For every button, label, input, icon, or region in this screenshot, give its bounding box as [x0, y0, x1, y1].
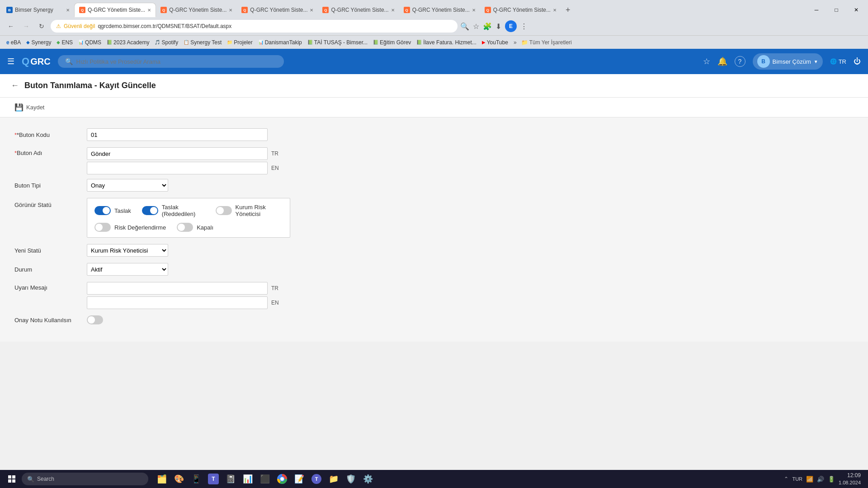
- taskbar-app-teams[interactable]: T: [205, 471, 222, 487]
- win-close[interactable]: ✕: [846, 3, 866, 17]
- taskbar-app-teams2[interactable]: T: [308, 471, 325, 487]
- star-icon[interactable]: ☆: [473, 22, 479, 31]
- bookmark-ilave[interactable]: 📗 İlave Fatura. Hizmet...: [414, 38, 479, 47]
- bookmarks-more[interactable]: »: [511, 38, 519, 47]
- user-name: Bimser Çözüm: [773, 58, 811, 65]
- toggle-kapali[interactable]: Kapalı: [177, 223, 213, 232]
- back-button[interactable]: ←: [11, 81, 19, 90]
- taskbar-app-folder[interactable]: 📁: [326, 471, 342, 487]
- tab-5-close[interactable]: ✕: [391, 8, 395, 13]
- toggle-kurum-risk[interactable]: Kurum Risk Yöneticisi: [216, 204, 283, 217]
- nav-back[interactable]: ←: [5, 20, 17, 33]
- tab-5[interactable]: Q Q-GRC Yönetim Siste... ✕: [318, 3, 399, 17]
- browser-menu[interactable]: ⋮: [520, 22, 528, 31]
- volume-icon[interactable]: 🔊: [817, 476, 824, 483]
- nav-refresh[interactable]: ↻: [35, 20, 48, 33]
- bookmarks-bar: e eBA ◆ Synergy ◆ ENS 📊 QDMS 📗 2023 Acad…: [0, 35, 868, 49]
- uyari-mesaji-tr-input[interactable]: [87, 282, 268, 295]
- taskbar-app-chrome[interactable]: [274, 471, 290, 487]
- address-input[interactable]: ⚠ Güvenli değil qgrcdemo.bimser.com.tr/Q…: [51, 20, 458, 33]
- bookmark-youtube[interactable]: ▶ YouTube: [479, 38, 511, 47]
- user-menu[interactable]: B Bimser Çözüm ▼: [753, 53, 823, 70]
- notifications-icon[interactable]: 🔔: [717, 56, 727, 66]
- tab-1[interactable]: B Bimser Synergy ✕: [2, 3, 74, 17]
- buton-adi-en-label: EN: [271, 165, 279, 171]
- tab-6-close[interactable]: ✕: [472, 8, 476, 13]
- taskbar-app-onenote[interactable]: 📓: [222, 471, 239, 487]
- buton-adi-en-input[interactable]: [87, 162, 268, 174]
- hamburger-menu[interactable]: ☰: [7, 56, 14, 66]
- bookmark-projeler[interactable]: 📁 Projeler: [224, 38, 255, 47]
- url-text: qgrcdemo.bimser.com.tr/QDMSNET/BSAT/Defa…: [98, 23, 231, 29]
- tab-2-active[interactable]: Q Q-GRC Yönetim Siste... ✕: [74, 3, 156, 17]
- toggle-risk-degerlendirme[interactable]: Risk Değerlendirme: [94, 223, 166, 232]
- profile-avatar[interactable]: E: [505, 20, 517, 32]
- buton-kodu-input[interactable]: [87, 128, 268, 141]
- taskbar-app-excel[interactable]: 📊: [240, 471, 256, 487]
- bookmark-tai[interactable]: 📗 TAİ TUSAŞ - Bimser...: [305, 38, 370, 47]
- taskbar-app-settings[interactable]: ⚙️: [360, 471, 376, 487]
- bookmark-spotify[interactable]: 🎵 Spotify: [152, 38, 181, 47]
- download-icon[interactable]: ⬇: [495, 22, 501, 31]
- save-button[interactable]: 💾 Kaydet: [11, 101, 48, 113]
- svg-point-1: [280, 477, 284, 481]
- app-logo[interactable]: Q GRC: [22, 56, 51, 67]
- toggle-onay-notu[interactable]: [87, 315, 103, 324]
- bookmark-ens[interactable]: ◆ ENS: [54, 38, 75, 47]
- tab-add[interactable]: +: [561, 3, 575, 17]
- tab-3[interactable]: Q Q-GRC Yönetim Siste... ✕: [156, 3, 237, 17]
- taskbar-app-file-explorer[interactable]: 🗂️: [154, 471, 170, 487]
- taskbar-app-security[interactable]: 🛡️: [343, 471, 359, 487]
- battery-icon[interactable]: 🔋: [828, 476, 835, 483]
- zoom-icon[interactable]: 🔍: [460, 22, 469, 31]
- bookmark-danisman[interactable]: 📊 DanismanTakip: [255, 38, 305, 47]
- tab-1-close[interactable]: ✕: [66, 8, 70, 13]
- bookmark-synergy[interactable]: ◆ Synergy: [24, 38, 54, 47]
- yeni-statu-select[interactable]: Kurum Risk Yöneticisi Taslak Kapalı: [87, 244, 168, 257]
- taskbar-app-unknown2[interactable]: ⬛: [257, 471, 273, 487]
- bookmark-2023-academy[interactable]: 📗 2023 Academy: [104, 38, 152, 47]
- start-button[interactable]: [4, 471, 20, 487]
- clock[interactable]: 12:09 1.08.2024: [839, 472, 861, 486]
- toggle-taslak[interactable]: Taslak: [94, 206, 131, 215]
- yeni-statu-label: Yeni Statü: [14, 247, 87, 254]
- search-input[interactable]: [76, 58, 277, 65]
- taskbar-app-unknown1[interactable]: 📱: [188, 471, 204, 487]
- extension-icon[interactable]: 🧩: [483, 22, 492, 31]
- win-minimize[interactable]: ─: [807, 3, 826, 17]
- tab-7[interactable]: Q Q-GRC Yönetim Siste... ✕: [480, 3, 561, 17]
- bookmark-eba[interactable]: e eBA: [4, 38, 24, 47]
- toggle-taslak-reddedilen[interactable]: Taslak (Reddedilen): [142, 204, 205, 217]
- power-icon[interactable]: ⏻: [854, 57, 861, 66]
- language-btn[interactable]: 🌐 TR: [830, 58, 846, 65]
- taskbar-app-word[interactable]: 📝: [291, 471, 307, 487]
- buton-adi-row: *Buton Adı TR EN: [14, 147, 854, 174]
- help-icon[interactable]: ?: [735, 56, 745, 67]
- buton-tipi-select[interactable]: Onay Red İptal: [87, 179, 168, 192]
- tab-3-close[interactable]: ✕: [229, 8, 232, 13]
- tray-chevron[interactable]: ⌃: [784, 476, 788, 482]
- tab-2-close[interactable]: ✕: [147, 8, 151, 13]
- bookmark-egitim[interactable]: 📗 Eğitim Görev: [370, 38, 414, 47]
- win-maximize[interactable]: □: [826, 3, 846, 17]
- tab-7-close[interactable]: ✕: [553, 8, 557, 13]
- nav-forward[interactable]: →: [20, 20, 33, 33]
- taskbar-app-paint[interactable]: 🎨: [171, 471, 187, 487]
- tab-6[interactable]: Q Q-GRC Yönetim Siste... ✕: [399, 3, 480, 17]
- bookmarks-folder[interactable]: 📁 Tüm Yer İşaretleri: [521, 39, 572, 46]
- wifi-icon[interactable]: 📶: [806, 476, 813, 483]
- gorur-statu-row: Görünür Statü Taslak Taslak: [14, 198, 854, 238]
- taskbar-search[interactable]: 🔍 Search: [22, 473, 148, 485]
- tab-4-close[interactable]: ✕: [310, 8, 313, 13]
- buton-kodu-row: **Buton Kodu: [14, 128, 854, 141]
- uyari-mesaji-en-input[interactable]: [87, 296, 268, 309]
- durum-select[interactable]: Aktif Pasif: [87, 263, 168, 276]
- favorites-icon[interactable]: ☆: [703, 56, 710, 66]
- header-search[interactable]: 🔍: [58, 55, 284, 68]
- tray-lang[interactable]: TUR: [792, 476, 802, 482]
- buton-adi-tr-input[interactable]: [87, 147, 268, 160]
- bookmark-qdms[interactable]: 📊 QDMS: [75, 38, 104, 47]
- taskbar-apps: 🗂️ 🎨 📱 T 📓 📊 ⬛ 📝 T 📁 🛡️ ⚙️: [154, 471, 376, 487]
- tab-4[interactable]: Q Q-GRC Yönetim Siste... ✕: [237, 3, 318, 17]
- bookmark-synergy-test[interactable]: 📋 Synergy Test: [181, 38, 224, 47]
